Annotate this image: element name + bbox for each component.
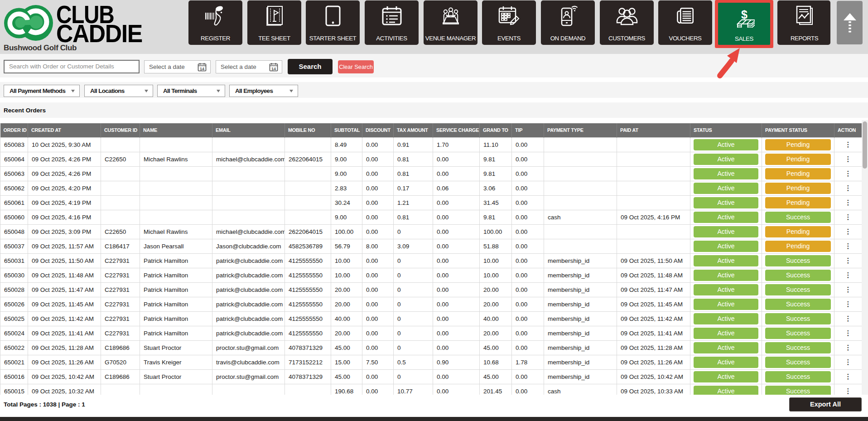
svg-text:14: 14 [200,67,204,71]
svg-text:14: 14 [271,67,276,71]
svg-text:$: $ [741,8,747,21]
